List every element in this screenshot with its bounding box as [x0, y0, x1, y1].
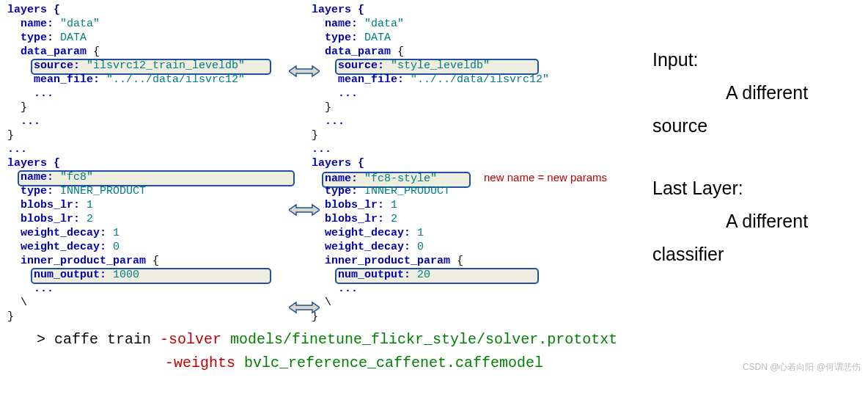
text: { — [152, 255, 159, 267]
right-code-block: layers { name: "data" type: DATA data_pa… — [312, 3, 616, 324]
text: weight_decay: — [7, 227, 113, 239]
text: 0 — [417, 241, 424, 253]
text: mean_file: — [7, 73, 106, 86]
text: 2 — [391, 213, 397, 225]
double-arrow-icon — [289, 65, 320, 78]
text: ... — [7, 143, 27, 156]
text: 0 — [113, 241, 119, 253]
explanation-block: Input: A different source Last Layer: A … — [616, 3, 808, 324]
text: type: — [7, 185, 60, 197]
double-arrow-icon — [289, 301, 320, 314]
text: inner_product_param — [312, 255, 457, 267]
last-title: Last Layer: — [652, 172, 808, 205]
cmd-prompt: > — [37, 331, 54, 348]
text: } — [312, 101, 331, 114]
cmd-solver-flag: -solver — [160, 331, 230, 348]
text: 1 — [113, 227, 119, 239]
text: layers { — [312, 157, 364, 170]
text: layers { — [7, 157, 60, 170]
text: ... — [7, 115, 40, 128]
last-sub: A different — [652, 205, 808, 238]
text: type: — [312, 185, 364, 197]
text: weight_decay: — [312, 227, 417, 239]
cmd-weights-flag: -weights — [165, 354, 244, 371]
text: blobs_lr: — [7, 199, 87, 211]
text: DATA — [60, 32, 87, 44]
svg-marker-2 — [289, 302, 320, 313]
input-sub2: source — [652, 109, 808, 142]
svg-marker-1 — [289, 205, 320, 215]
double-arrow-icon — [289, 203, 320, 217]
text: type: — [7, 32, 60, 44]
text: "data" — [364, 18, 404, 30]
text: data_param — [7, 46, 93, 58]
text: 1 — [417, 227, 424, 239]
text: } — [7, 129, 14, 142]
command-block: > caffe train -solver models/finetune_fl… — [7, 324, 861, 375]
left-code-block: layers { name: "data" type: DATA data_pa… — [7, 3, 312, 324]
text: data_param — [312, 46, 397, 58]
text: blobs_lr: — [312, 213, 391, 225]
text: } — [7, 310, 14, 323]
text: { — [397, 46, 404, 58]
text: "data" — [60, 18, 100, 30]
svg-marker-0 — [289, 66, 320, 76]
text: } — [7, 101, 27, 114]
highlighted-numoutput-left: num_output: 1000 — [31, 268, 271, 284]
text: layers { — [312, 4, 364, 16]
input-title: Input: — [652, 43, 808, 76]
text: \ — [7, 297, 27, 309]
text: type: — [312, 32, 364, 44]
text: { — [93, 46, 100, 58]
highlighted-numoutput-right: num_output: 20 — [335, 268, 539, 284]
text: name: — [7, 18, 60, 30]
text: ... — [312, 283, 358, 295]
text: blobs_lr: — [312, 199, 391, 211]
text: "../../data/ilsvrc12" — [106, 73, 245, 86]
text: ... — [312, 115, 345, 128]
text: "../../data/ilsvrc12" — [411, 73, 549, 86]
text: { — [457, 255, 463, 267]
text: weight_decay: — [312, 241, 417, 253]
text: name: — [312, 18, 364, 30]
text: 1 — [87, 199, 93, 211]
text: ... — [312, 143, 331, 156]
text: INNER_PRODUCT — [364, 185, 450, 197]
text: 2 — [87, 213, 93, 225]
cmd-solver-val: models/finetune_flickr_style/solver.prot… — [230, 331, 617, 348]
text: DATA — [364, 32, 391, 44]
cmd-caffe: caffe train — [54, 331, 160, 348]
text: ... — [7, 87, 54, 100]
input-sub: A different — [652, 76, 808, 109]
annotation-new-name: new name = new params — [484, 171, 607, 183]
text: } — [312, 129, 318, 142]
watermark: CSDN @心若向阳 @何谓悲伤 — [743, 361, 861, 374]
last-sub2: classifier — [652, 238, 808, 271]
text: weight_decay: — [7, 241, 113, 253]
text: mean_file: — [312, 73, 411, 86]
text: ... — [7, 283, 54, 295]
text: inner_product_param — [7, 255, 152, 267]
text: ... — [312, 87, 358, 100]
text: blobs_lr: — [7, 213, 87, 225]
text: 1 — [391, 199, 397, 211]
text: INNER_PRODUCT — [60, 185, 146, 197]
cmd-weights-val: bvlc_reference_caffenet.caffemodel — [244, 354, 543, 371]
text: layers { — [7, 4, 60, 16]
